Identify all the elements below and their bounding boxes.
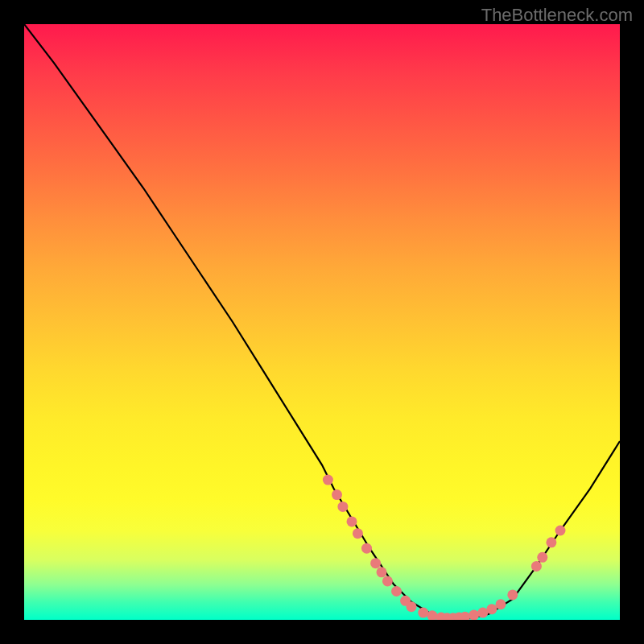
chart-dot [332,489,342,500]
chart-dot [353,528,363,539]
chart-dot [496,599,506,609]
chart-dot [546,537,556,547]
chart-dot [537,552,547,563]
chart-dots [323,475,566,620]
chart-dot [418,608,428,618]
chart-dot [337,502,348,512]
chart-dot [377,567,387,577]
watermark: TheBottleneck.com [481,5,633,26]
chart-dot [486,604,497,614]
chart-dot [361,543,372,554]
chart-line [24,24,620,619]
chart-dot [391,586,402,597]
chart-dot [382,576,393,586]
chart-dot [323,475,333,485]
chart-dot [531,561,542,572]
chart-dot [407,601,417,612]
plot-area [24,24,620,620]
chart-dot [477,608,488,618]
chart-dot [370,558,381,568]
chart-dot [347,516,357,526]
chart-dot [555,526,566,536]
chart-dot [469,610,479,620]
chart-svg [24,24,620,620]
chart-dot [507,589,518,600]
